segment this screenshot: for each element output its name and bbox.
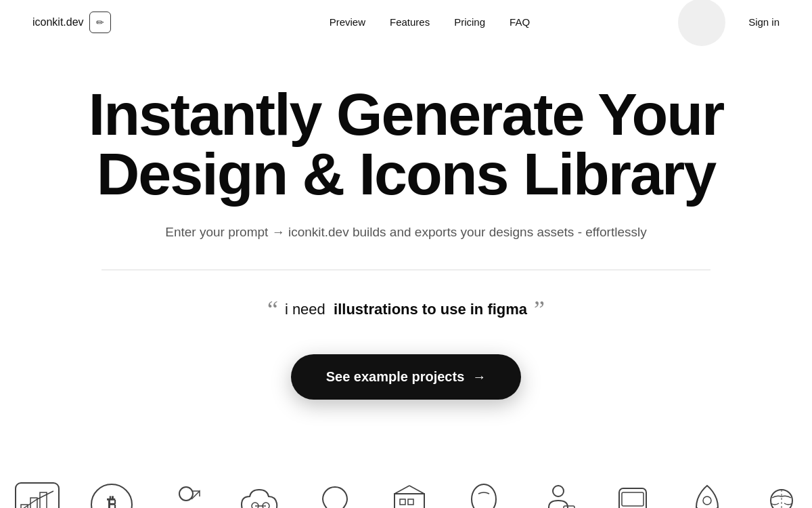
brand-icon: ✏ [89,12,111,33]
navbar: iconkit.dev ✏ Preview Features Pricing F… [0,0,812,44]
cta-label: See example projects [326,369,465,385]
svg-rect-27 [622,492,644,506]
svg-point-32 [703,496,711,505]
hero-subtitle: Enter your prompt → iconkit.dev builds a… [66,223,746,242]
nav-link-preview[interactable]: Preview [330,16,365,28]
icon-strip: ₿ [0,467,812,509]
prompt-text: i need illustrations to use in figma [285,301,527,318]
icon-gameboy [595,471,670,509]
icon-building [372,471,447,509]
svg-line-19 [394,486,409,494]
icon-analytics [0,471,74,509]
svg-point-24 [553,486,564,496]
icon-person-luggage [521,471,595,509]
nav-right: Sign in [748,11,780,33]
quote-open: “ [267,297,278,322]
hero-title: Instantly Generate Your Design & Icons L… [66,85,746,204]
nav-link-faq[interactable]: FAQ [510,16,530,28]
svg-rect-14 [400,499,405,505]
cta-wrapper: See example projects → [66,354,746,400]
cta-button[interactable]: See example projects → [291,354,522,400]
divider [102,270,710,270]
nav-link-features[interactable]: Features [390,16,430,28]
brand-name: iconkit.dev [32,16,84,28]
brand[interactable]: iconkit.dev ✏ [32,12,111,33]
nav-blob-decoration [678,0,725,46]
icon-bitcoin: ₿ [74,471,149,509]
icon-rocket [670,471,744,509]
icon-cloud [223,471,298,509]
cta-arrow: → [472,369,486,385]
nav-links: Preview Features Pricing FAQ [330,16,530,28]
icon-lightbulb [298,471,372,509]
icon-strip-inner: ₿ [0,471,812,509]
icon-balloon [447,471,521,509]
icon-brain [744,471,812,509]
prompt-display: “ i need illustrations to use in figma ” [66,297,746,322]
prompt-highlight: illustrations to use in figma [334,301,527,318]
svg-line-20 [409,486,424,494]
hero-section: Instantly Generate Your Design & Icons L… [34,44,778,467]
svg-text:₿: ₿ [107,494,116,509]
svg-point-21 [472,484,496,509]
sign-in-button[interactable]: Sign in [748,11,780,33]
svg-rect-13 [394,494,424,509]
prompt-text-before: i need [285,301,325,318]
nav-link-pricing[interactable]: Pricing [454,16,485,28]
icon-person-growth [149,471,223,509]
svg-rect-15 [408,499,413,505]
quote-close: ” [534,297,545,322]
svg-rect-25 [564,506,574,509]
svg-point-6 [179,487,193,501]
svg-rect-26 [619,488,646,509]
